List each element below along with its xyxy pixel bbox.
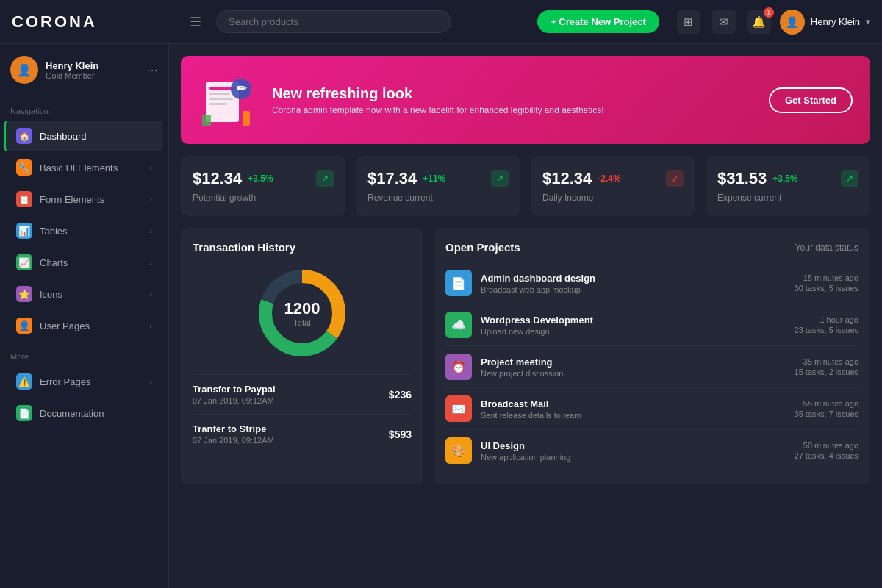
charts-icon: 📈: [16, 254, 32, 270]
chevron-down-icon: ▾: [866, 17, 870, 26]
more-section-label: More: [0, 342, 168, 365]
project-time-3: 55 minutes ago: [795, 399, 858, 408]
sidebar-item-label-charts: Charts: [40, 257, 142, 268]
transaction-amount-0: $236: [389, 389, 412, 401]
banner-illustration: ✏: [198, 71, 257, 129]
nav-section-label: Navigation: [0, 96, 168, 120]
banner-title: New refreshing look: [272, 85, 754, 102]
sidebar-item-tables[interactable]: 📊 Tables ›: [6, 215, 162, 246]
dashboard-icon: 🏠: [16, 128, 32, 144]
chevron-right-icon: ›: [149, 163, 152, 172]
project-tasks-2: 15 tasks, 2 issues: [795, 368, 858, 376]
sidebar-user-info: Henry Klein Gold Member: [46, 60, 139, 80]
project-icon-3: ✉️: [445, 395, 472, 422]
create-project-button[interactable]: + Create New Project: [537, 10, 659, 33]
transaction-title: Transaction History: [193, 241, 412, 254]
sidebar-item-charts[interactable]: 📈 Charts ›: [6, 247, 162, 278]
project-desc-0: Broadcast web app mockup: [481, 285, 786, 294]
svg-rect-8: [243, 111, 250, 126]
stat-value-2: $12.34: [542, 169, 592, 188]
sidebar-item-label-user-pages: User Pages: [40, 320, 142, 331]
project-name-1: Wordpress Development: [481, 315, 786, 326]
project-item-1[interactable]: ☁️ Wordpress Development Upload new desi…: [445, 304, 858, 346]
project-item-3[interactable]: ✉️ Broadcast Mail Sent release details t…: [445, 388, 858, 430]
stat-label-1: Revenue current: [368, 193, 509, 203]
project-item-0[interactable]: 📄 Admin dashboard design Broadcast web a…: [445, 262, 858, 304]
stat-header-2: $12.34 -2.4% ↙: [542, 169, 684, 188]
projects-header: Open Projects Your data status: [445, 241, 858, 254]
project-tasks-3: 35 tasks, 7 issues: [795, 409, 858, 418]
stat-value-0: $12.34: [193, 169, 242, 188]
sidebar-item-basic-ui[interactable]: 🔧 Basic UI Elements ›: [6, 152, 162, 183]
project-item-2[interactable]: ⏰ Project meeting New project discussion…: [445, 346, 858, 388]
notification-icon[interactable]: 🔔 1: [747, 10, 771, 34]
navbar-icons: ⊞ ✉ 🔔 1: [677, 10, 771, 34]
user-menu[interactable]: 👤 Henry Klein ▾: [780, 10, 870, 35]
sidebar-item-label-docs: Documentation: [40, 408, 152, 419]
project-meta-1: 1 hour ago 23 tasks, 5 issues: [795, 315, 858, 334]
mail-icon[interactable]: ✉: [712, 10, 736, 34]
sidebar-item-dashboard[interactable]: 🏠 Dashboard: [4, 121, 162, 151]
sidebar-item-label-dashboard: Dashboard: [40, 131, 152, 142]
banner-text: New refreshing look Corona admin templat…: [272, 85, 754, 115]
sidebar-user-options-icon[interactable]: ⋯: [146, 63, 158, 77]
transaction-history-card: Transaction History: [181, 228, 423, 484]
transaction-info-0: Transfer to Paypal 07 Jan 2019, 09:12AM: [193, 384, 276, 405]
stat-card-3: $31.53 +3.5% ↗ Expense current: [706, 156, 870, 216]
project-item-4[interactable]: 🎨 UI Design New application planning 50 …: [445, 430, 858, 471]
error-icon: ⚠️: [16, 373, 32, 390]
grid-icon[interactable]: ⊞: [677, 10, 700, 34]
banner-description: Corona admin template now with a new fac…: [272, 105, 754, 115]
transaction-item-0: Transfer to Paypal 07 Jan 2019, 09:12AM …: [193, 374, 412, 414]
stat-value-3: $31.53: [717, 169, 767, 188]
navbar-username: Henry Klein: [811, 16, 860, 27]
welcome-banner: ✏ New refreshing look Corona admin templ…: [181, 56, 870, 144]
sidebar-item-user-pages[interactable]: 👤 User Pages ›: [6, 310, 162, 341]
sidebar-item-documentation[interactable]: 📄 Documentation: [6, 398, 162, 429]
open-projects-card: Open Projects Your data status 📄 Admin d…: [434, 228, 870, 484]
navbar-avatar: 👤: [780, 10, 805, 35]
project-time-2: 35 minutes ago: [795, 357, 858, 366]
stat-arrow-1: ↗: [491, 170, 509, 187]
project-icon-4: 🎨: [445, 437, 472, 464]
project-desc-1: Upload new design: [481, 327, 786, 336]
project-icon-0: 📄: [445, 270, 472, 296]
hamburger-icon[interactable]: ☰: [190, 14, 201, 30]
search-input[interactable]: [216, 10, 451, 33]
project-time-1: 1 hour ago: [795, 315, 858, 324]
sidebar-item-error-pages[interactable]: ⚠️ Error Pages ›: [6, 366, 162, 397]
stat-header-0: $12.34 +3.5% ↗: [193, 169, 334, 188]
get-started-button[interactable]: Get Started: [769, 87, 853, 113]
sidebar-item-icons[interactable]: ⭐ Icons ›: [6, 279, 162, 309]
stat-label-0: Potential growth: [193, 193, 334, 203]
basic-ui-icon: 🔧: [16, 159, 32, 176]
project-time-0: 15 minutes ago: [795, 273, 858, 282]
stat-change-1: +11%: [423, 173, 445, 184]
project-desc-4: New application planning: [481, 453, 786, 462]
sidebar-item-form-elements[interactable]: 📋 Form Elements ›: [6, 184, 162, 215]
svg-rect-4: [209, 103, 227, 105]
chevron-right-icon-2: ›: [149, 195, 152, 204]
project-name-0: Admin dashboard design: [481, 273, 786, 284]
stat-label-2: Daily Income: [542, 193, 684, 203]
donut-label: Total: [284, 318, 320, 327]
chevron-right-icon-4: ›: [149, 258, 152, 267]
stat-arrow-2: ↙: [666, 170, 684, 187]
icons-icon: ⭐: [16, 286, 32, 302]
projects-status: Your data status: [795, 243, 858, 253]
stat-card-2: $12.34 -2.4% ↙ Daily Income: [531, 156, 695, 216]
transaction-amount-1: $593: [389, 429, 412, 440]
chevron-right-icon-5: ›: [149, 290, 152, 298]
bottom-row: Transaction History: [181, 228, 870, 484]
stat-change-0: +3.5%: [248, 173, 273, 184]
stat-label-3: Expense current: [717, 193, 858, 203]
stat-change-2: -2.4%: [598, 173, 620, 184]
project-icon-2: ⏰: [445, 354, 472, 380]
sidebar-item-label-error: Error Pages: [40, 376, 142, 387]
chevron-right-icon-7: ›: [149, 377, 152, 386]
transaction-info-1: Tranfer to Stripe 07 Jan 2019, 09:12AM: [193, 423, 274, 445]
sidebar-user-role: Gold Member: [46, 71, 139, 80]
sidebar-item-label-form: Form Elements: [40, 194, 142, 205]
sidebar-avatar: 👤: [10, 56, 38, 84]
stat-card-0: $12.34 +3.5% ↗ Potential growth: [181, 156, 345, 216]
